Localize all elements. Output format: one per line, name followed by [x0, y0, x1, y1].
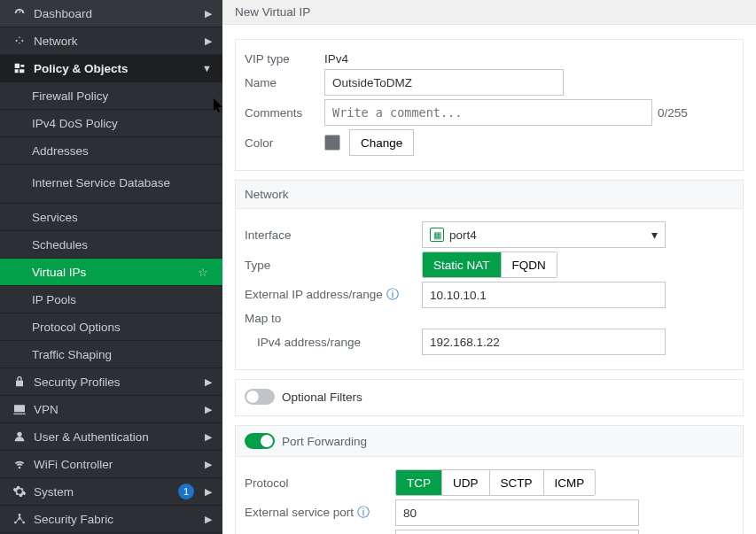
- nav-label: User & Authentication: [28, 430, 199, 444]
- sidebar-item-schedules[interactable]: Schedules: [0, 231, 222, 259]
- ipv4-range-input[interactable]: [422, 329, 666, 355]
- chevron-right-icon: ▶: [199, 514, 212, 525]
- port-forwarding-toggle[interactable]: [245, 433, 275, 449]
- chevron-right-icon: ▶: [199, 404, 212, 415]
- sidebar-item-label: Virtual IPs: [32, 266, 198, 279]
- network-group: Network Interface ▦ port4 ▾ Type: [235, 180, 744, 370]
- nav-system[interactable]: System 1 ▶: [0, 478, 222, 506]
- vip-type-value: IPv4: [324, 52, 348, 66]
- sidebar-item-label: Schedules: [32, 238, 212, 252]
- nav-user-auth[interactable]: User & Authentication ▶: [0, 423, 222, 451]
- nav-label: Network: [28, 35, 199, 48]
- chevron-right-icon: ▶: [199, 35, 212, 47]
- optional-filters-label: Optional Filters: [282, 391, 362, 404]
- nav-network[interactable]: Network ▶: [0, 27, 222, 55]
- sidebar-item-services[interactable]: Services: [0, 204, 222, 231]
- info-icon[interactable]: ⓘ: [386, 287, 399, 301]
- policy-objects-icon: [11, 61, 28, 75]
- sidebar-item-firewall-policy[interactable]: Firewall Policy: [0, 82, 222, 110]
- user-icon: [11, 430, 28, 444]
- type-static-nat-button[interactable]: Static NAT: [423, 252, 501, 277]
- sidebar-item-label: IP Pools: [32, 293, 212, 306]
- type-segment: Static NAT FQDN: [422, 252, 557, 278]
- sidebar-item-label: Traffic Shaping: [32, 348, 212, 361]
- color-swatch: [324, 135, 340, 151]
- chevron-right-icon: ▶: [199, 486, 212, 498]
- interface-label: Interface: [245, 228, 422, 242]
- nav-vpn[interactable]: VPN ▶: [0, 396, 222, 423]
- svg-point-2: [22, 522, 25, 524]
- vip-basic-group: VIP type IPv4 Name Comments 0/255 Color: [235, 39, 744, 171]
- protocol-label: Protocol: [245, 476, 395, 490]
- favorite-icon[interactable]: ☆: [198, 266, 212, 279]
- ipv4-range-label: IPv4 address/range: [245, 336, 422, 349]
- interface-icon: ▦: [430, 228, 444, 242]
- chevron-right-icon: ▶: [199, 459, 212, 470]
- port-forwarding-group: Port Forwarding Protocol TCP UDP SCTP IC…: [235, 425, 744, 534]
- type-label: Type: [245, 259, 422, 272]
- chevron-right-icon: ▶: [199, 376, 212, 388]
- sidebar-item-addresses[interactable]: Addresses: [0, 137, 222, 165]
- name-input[interactable]: [324, 69, 564, 96]
- nav-security-fabric[interactable]: Security Fabric ▶: [0, 506, 222, 533]
- nav-label: WiFi Controller: [28, 458, 199, 471]
- external-port-input[interactable]: [395, 499, 639, 526]
- nav-security-profiles[interactable]: Security Profiles ▶: [0, 368, 222, 396]
- optional-filters-group: Optional Filters: [235, 379, 744, 416]
- vip-type-label: VIP type: [245, 52, 324, 66]
- sidebar-item-label: Firewall Policy: [32, 89, 212, 103]
- change-color-button[interactable]: Change: [349, 129, 414, 156]
- sidebar-item-internet-service-db[interactable]: Internet Service Database: [0, 165, 222, 204]
- sidebar: Dashboard ▶ Network ▶ Policy & Objects ▼…: [0, 0, 222, 534]
- sidebar-item-ip-pools[interactable]: IP Pools: [0, 286, 222, 313]
- network-icon: [11, 34, 28, 48]
- color-label: Color: [245, 136, 324, 150]
- chevron-right-icon: ▶: [199, 8, 212, 19]
- info-icon[interactable]: ⓘ: [357, 505, 370, 519]
- comments-input[interactable]: [324, 99, 652, 126]
- chevron-down-icon: ▾: [651, 228, 658, 242]
- chevron-down-icon: ▼: [199, 63, 212, 74]
- map-port-input[interactable]: [395, 530, 639, 534]
- name-label: Name: [245, 76, 324, 89]
- optional-filters-toggle[interactable]: [245, 389, 275, 405]
- port-forwarding-label: Port Forwarding: [282, 435, 367, 448]
- external-ip-input[interactable]: [422, 282, 666, 308]
- nav-policy-objects[interactable]: Policy & Objects ▼: [0, 55, 222, 82]
- sidebar-item-protocol-options[interactable]: Protocol Options: [0, 313, 222, 341]
- sidebar-item-label: Addresses: [32, 144, 212, 158]
- interface-select[interactable]: ▦ port4 ▾: [422, 221, 666, 248]
- nav-dashboard[interactable]: Dashboard ▶: [0, 0, 222, 27]
- external-port-label: External service portⓘ: [245, 505, 395, 521]
- protocol-udp-button[interactable]: UDP: [441, 470, 489, 495]
- sidebar-item-virtual-ips[interactable]: Virtual IPs ☆: [0, 259, 222, 286]
- comments-counter: 0/255: [658, 106, 688, 120]
- protocol-segment: TCP UDP SCTP ICMP: [395, 469, 596, 496]
- nav-wifi-controller[interactable]: WiFi Controller ▶: [0, 451, 222, 478]
- sidebar-item-label: Internet Service Database: [32, 176, 212, 190]
- protocol-sctp-button[interactable]: SCTP: [489, 470, 543, 495]
- sidebar-item-label: Protocol Options: [32, 321, 212, 334]
- sidebar-item-ipv4-dos[interactable]: IPv4 DoS Policy: [0, 110, 222, 137]
- protocol-tcp-button[interactable]: TCP: [396, 470, 441, 495]
- protocol-icmp-button[interactable]: ICMP: [543, 470, 596, 495]
- fabric-icon: [11, 512, 28, 526]
- page-title: New Virtual IP: [222, 0, 756, 25]
- type-fqdn-button[interactable]: FQDN: [501, 252, 557, 277]
- network-heading: Network: [236, 181, 743, 209]
- nav-label: Policy & Objects: [28, 62, 199, 75]
- nav-label: Security Fabric: [28, 513, 199, 526]
- comments-label: Comments: [245, 106, 324, 120]
- lock-icon: [11, 375, 28, 389]
- nav-label: Dashboard: [28, 7, 199, 20]
- nav-label: Security Profiles: [28, 375, 199, 389]
- wifi-icon: [11, 457, 28, 471]
- vpn-icon: [11, 402, 28, 416]
- dashboard-icon: [11, 6, 28, 20]
- external-ip-label: External IP address/rangeⓘ: [245, 287, 422, 303]
- nav-label: System: [28, 485, 178, 499]
- nav-label: VPN: [28, 403, 199, 416]
- sidebar-item-label: IPv4 DoS Policy: [32, 117, 212, 130]
- chevron-right-icon: ▶: [199, 431, 212, 443]
- sidebar-item-traffic-shaping[interactable]: Traffic Shaping: [0, 341, 222, 368]
